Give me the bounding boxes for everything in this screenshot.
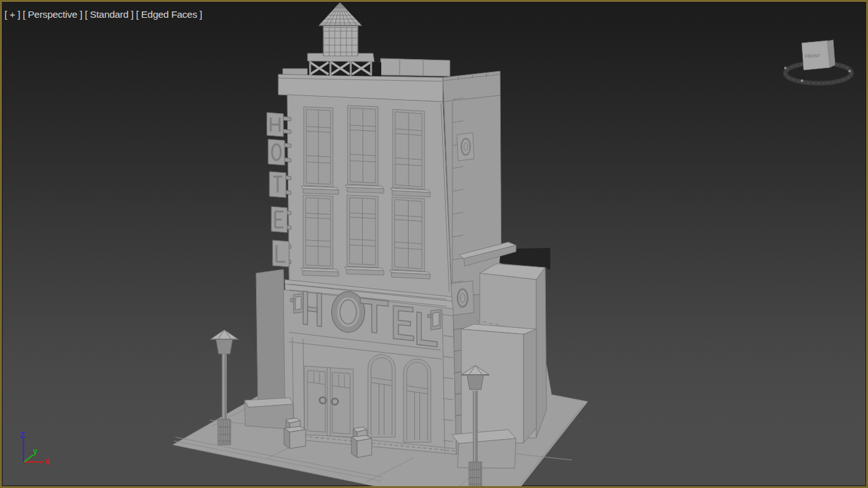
svg-text:FRONT: FRONT	[805, 53, 821, 58]
svg-text:Z: Z	[20, 431, 25, 440]
svg-text:X: X	[44, 458, 50, 466]
svg-text:y: y	[33, 447, 37, 456]
